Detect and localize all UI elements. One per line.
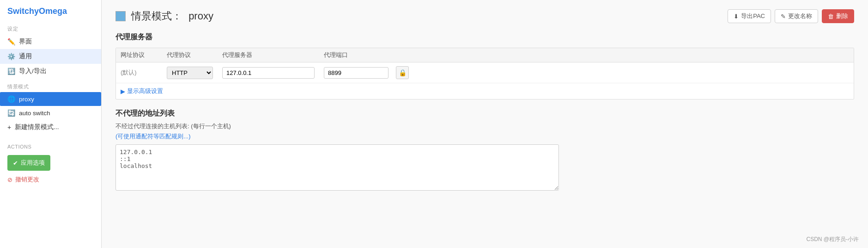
- rename-button[interactable]: ✎ 更改名称: [775, 9, 818, 23]
- sidebar-item-new-scenario[interactable]: + 新建情景模式...: [0, 120, 101, 135]
- new-scenario-label: 新建情景模式...: [15, 123, 59, 131]
- delete-label: 删除: [836, 12, 848, 20]
- proxy-table-row: (默认) HTTP HTTPS SOCKS4 SOCKS5 🔒: [116, 62, 854, 83]
- main-content: 情景模式： proxy ⬇ 导出PAC ✎ 更改名称 🗑 删除 代理服务器 网址…: [102, 0, 868, 248]
- wildcard-link[interactable]: (可使用通配符等匹配规则...): [115, 132, 191, 141]
- wrench-icon: ✏️: [7, 38, 15, 45]
- sidebar-item-proxy[interactable]: 🌐 proxy: [0, 92, 101, 106]
- apply-button[interactable]: ✔ 应用选项: [7, 155, 50, 171]
- interface-label: 界面: [19, 37, 32, 46]
- col-protocol-header: 代理协议: [162, 51, 218, 59]
- sidebar-item-general[interactable]: ⚙️ 通用: [0, 49, 101, 64]
- cancel-item[interactable]: ⊘ 撤销更改: [0, 173, 101, 186]
- export-icon: ⬇: [734, 13, 739, 20]
- col-port-header: 代理端口: [319, 51, 393, 59]
- server-cell: [218, 67, 319, 79]
- advanced-row: ▶ 显示高级设置: [116, 83, 854, 99]
- cancel-icon: ⊘: [7, 176, 12, 183]
- app-logo: SwitchyOmega: [0, 0, 101, 21]
- no-proxy-description: 不经过代理连接的主机列表: (每行一个主机): [115, 122, 854, 130]
- col-server-header: 代理服务器: [218, 51, 319, 59]
- rename-label: 更改名称: [788, 12, 812, 20]
- page-title: 情景模式： proxy: [131, 9, 213, 23]
- proxy-table-header: 网址协议 代理协议 代理服务器 代理端口: [116, 48, 854, 62]
- chevron-right-icon: ▶: [121, 88, 125, 95]
- port-cell: [319, 67, 393, 79]
- cancel-label: 撤销更改: [15, 175, 39, 184]
- add-icon: +: [7, 124, 11, 131]
- gear-icon: ⚙️: [7, 53, 15, 60]
- protocol-select[interactable]: HTTP HTTPS SOCKS4 SOCKS5: [167, 67, 213, 79]
- page-header: 情景模式： proxy ⬇ 导出PAC ✎ 更改名称 🗑 删除: [115, 9, 854, 23]
- advanced-settings-link[interactable]: ▶ 显示高级设置: [116, 84, 168, 98]
- server-input[interactable]: [222, 67, 315, 79]
- scenarios-section-label: 情景模式: [0, 79, 101, 92]
- watermark: CSDN @程序员-小许: [806, 236, 859, 243]
- trash-icon: 🗑: [828, 13, 834, 20]
- mode-name: proxy: [188, 10, 213, 22]
- page-title-area: 情景模式： proxy: [115, 9, 213, 23]
- col-url-scheme-header: 网址协议: [116, 51, 162, 59]
- edit-icon: ✎: [781, 13, 786, 20]
- proxy-table: 网址协议 代理协议 代理服务器 代理端口 (默认) HTTP HTTPS SOC…: [115, 48, 854, 99]
- auto-switch-label: auto switch: [19, 110, 50, 117]
- settings-section-label: 设定: [0, 21, 101, 34]
- url-scheme-cell: (默认): [116, 68, 162, 77]
- lock-button[interactable]: 🔒: [396, 66, 409, 79]
- sidebar: SwitchyOmega 设定 ✏️ 界面 ⚙️ 通用 🔃 导入/导出 情景模式…: [0, 0, 102, 248]
- sidebar-item-import-export[interactable]: 🔃 导入/导出: [0, 64, 101, 79]
- export-pac-label: 导出PAC: [741, 12, 765, 20]
- export-pac-button[interactable]: ⬇ 导出PAC: [728, 9, 771, 23]
- lock-cell: 🔒: [393, 66, 412, 79]
- apply-label: 应用选项: [21, 159, 45, 167]
- globe-icon: 🌐: [7, 95, 15, 103]
- check-icon: ✔: [13, 160, 18, 167]
- delete-button[interactable]: 🗑 删除: [822, 9, 854, 23]
- sidebar-item-interface[interactable]: ✏️ 界面: [0, 34, 101, 49]
- no-proxy-textarea[interactable]: [115, 144, 559, 191]
- port-input[interactable]: [324, 67, 388, 79]
- sidebar-item-auto-switch[interactable]: 🔄 auto switch: [0, 106, 101, 120]
- import-export-label: 导入/导出: [19, 67, 47, 75]
- advanced-settings-label: 显示高级设置: [127, 87, 163, 95]
- mode-prefix: 情景模式：: [131, 10, 182, 22]
- refresh-icon: 🔄: [7, 109, 15, 117]
- header-actions: ⬇ 导出PAC ✎ 更改名称 🗑 删除: [728, 9, 854, 23]
- import-export-icon: 🔃: [7, 68, 15, 75]
- scenario-color-indicator: [115, 11, 126, 21]
- actions-section-label: ACTIONS: [0, 139, 101, 151]
- general-label: 通用: [19, 52, 32, 61]
- proxy-server-section-title: 代理服务器: [115, 32, 854, 42]
- protocol-cell: HTTP HTTPS SOCKS4 SOCKS5: [162, 67, 218, 79]
- col-lock-header: [393, 51, 412, 59]
- no-proxy-section-title: 不代理的地址列表: [115, 109, 854, 118]
- proxy-nav-label: proxy: [19, 96, 34, 103]
